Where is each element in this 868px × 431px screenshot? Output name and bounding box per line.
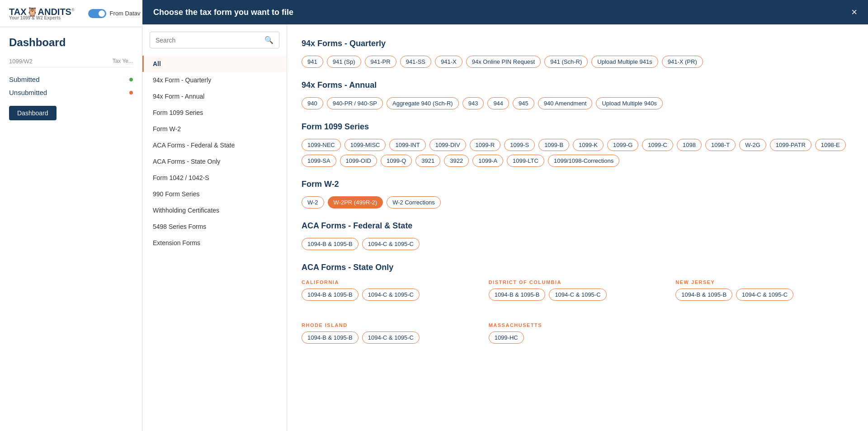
tag-1099-s[interactable]: 1099-S: [504, 139, 535, 151]
tag-1099-oid[interactable]: 1099-OID: [340, 155, 377, 167]
tag-941x-pr[interactable]: 941-X (PR): [662, 56, 703, 68]
tag-aggregate-940[interactable]: Aggregate 940 (Sch-R): [387, 97, 459, 109]
tag-94x-pin[interactable]: 94x Online PIN Request: [466, 56, 541, 68]
tag-1099-misc[interactable]: 1099-MISC: [344, 139, 386, 151]
tag-941pr[interactable]: 941-PR: [365, 56, 396, 68]
left-menu-aca-federal[interactable]: ACA Forms - Federal & State: [142, 137, 287, 153]
tag-3921[interactable]: 3921: [415, 155, 440, 167]
tag-945[interactable]: 945: [513, 97, 534, 109]
state-ri-label: RHODE ISLAND: [302, 322, 480, 328]
left-menu-990[interactable]: 990 Form Series: [142, 186, 287, 202]
tag-w2[interactable]: W-2: [302, 196, 324, 208]
tag-ca-1094c[interactable]: 1094-C & 1095-C: [362, 289, 420, 301]
tag-941[interactable]: 941: [302, 56, 323, 68]
left-menu-1042[interactable]: Form 1042 / 1042-S: [142, 170, 287, 186]
state-ri-tags: 1094-B & 1095-B 1094-C & 1095-C: [302, 332, 480, 344]
left-panel: 🔍 All 94x Form - Quarterly 94x Form - An…: [142, 24, 287, 431]
logo: TAX🦉ANDITS® Your 1099 & W2 Experts: [9, 6, 75, 20]
tag-w2g[interactable]: W-2G: [739, 139, 766, 151]
tag-1098-e[interactable]: 1098-E: [815, 139, 846, 151]
tag-w2pr[interactable]: W-2PR (499R-2): [328, 196, 383, 208]
tag-1099-k[interactable]: 1099-K: [573, 139, 604, 151]
tag-ri-1094b[interactable]: 1094-B & 1095-B: [302, 332, 359, 344]
sidebar-item-unsubmitted[interactable]: Unsubmitted: [9, 86, 133, 99]
tag-1099-int[interactable]: 1099-INT: [389, 139, 425, 151]
sidebar-item-submitted[interactable]: Submitted: [9, 73, 133, 86]
tag-upload-940s[interactable]: Upload Multiple 940s: [596, 97, 662, 109]
left-menu-94x-annual[interactable]: 94x Form - Annual: [142, 88, 287, 104]
modal-title: Choose the tax form you want to file: [153, 8, 293, 17]
tag-1094c-1095c-federal[interactable]: 1094-C & 1095-C: [362, 238, 420, 250]
sidebar: Dashboard 1099/W2 Tax Ye... Submitted Un…: [0, 27, 142, 431]
submitted-dot: [129, 78, 133, 81]
tag-1099-nec[interactable]: 1099-NEC: [302, 139, 341, 151]
tag-940-amendment[interactable]: 940 Amendment: [538, 97, 593, 109]
section-1099-title: Form 1099 Series: [302, 122, 854, 132]
state-nj: NEW JERSEY 1094-B & 1095-B 1094-C & 1095…: [675, 279, 854, 304]
toggle-label: From Datav: [110, 10, 141, 17]
tag-1099-sa[interactable]: 1099-SA: [302, 155, 336, 167]
tag-941sp[interactable]: 941 (Sp): [327, 56, 361, 68]
search-input[interactable]: [156, 37, 261, 44]
tag-dc-1094c[interactable]: 1094-C & 1095-C: [549, 289, 606, 301]
tag-941x[interactable]: 941-X: [435, 56, 462, 68]
tag-ri-1094c[interactable]: 1094-C & 1095-C: [362, 332, 420, 344]
aca-state-grid: CALIFORNIA 1094-B & 1095-B 1094-C & 1095…: [302, 279, 854, 356]
left-menu-aca-state[interactable]: ACA Forms - State Only: [142, 153, 287, 170]
tag-ma-1099hc[interactable]: 1099-HC: [489, 332, 524, 344]
tag-nj-1094b[interactable]: 1094-B & 1095-B: [675, 289, 732, 301]
tag-1099-c[interactable]: 1099-C: [642, 139, 673, 151]
tag-1099-corrections[interactable]: 1099/1098-Corrections: [548, 155, 619, 167]
left-menu-w2[interactable]: Form W-2: [142, 121, 287, 137]
tag-941ss[interactable]: 941-SS: [400, 56, 431, 68]
section-1099-tags-row1: 1099-NEC 1099-MISC 1099-INT 1099-DIV 109…: [302, 139, 854, 151]
search-box: 🔍: [150, 32, 279, 48]
tag-1099-ltc[interactable]: 1099-LTC: [507, 155, 544, 167]
tag-dc-1094b[interactable]: 1094-B & 1095-B: [489, 289, 546, 301]
toggle-switch[interactable]: [88, 9, 106, 18]
state-dc-label: DISTRICT OF COLUMBIA: [489, 279, 667, 285]
left-menu-extension[interactable]: Extension Forms: [142, 235, 287, 251]
tag-ca-1094b[interactable]: 1094-B & 1095-B: [302, 289, 359, 301]
tag-1098[interactable]: 1098: [677, 139, 702, 151]
tag-w2-corrections[interactable]: W-2 Corrections: [387, 196, 441, 208]
tag-1099-q[interactable]: 1099-Q: [381, 155, 412, 167]
tag-1099-b[interactable]: 1099-B: [538, 139, 569, 151]
section-w2-tags: W-2 W-2PR (499R-2) W-2 Corrections: [302, 196, 854, 208]
tag-1099-g[interactable]: 1099-G: [607, 139, 638, 151]
tag-944[interactable]: 944: [487, 97, 509, 109]
tag-1099-patr[interactable]: 1099-PATR: [770, 139, 811, 151]
logo-area: TAX🦉ANDITS® Your 1099 & W2 Experts: [9, 6, 75, 20]
modal-close-button[interactable]: ×: [851, 7, 857, 17]
sidebar-section-label: 1099/W2 Tax Ye...: [9, 58, 133, 65]
left-menu-all[interactable]: All: [142, 56, 287, 72]
left-menu-5498[interactable]: 5498 Series Forms: [142, 218, 287, 235]
section-1099-tags-row2: 1099-SA 1099-OID 1099-Q 3921 3922 1099-A…: [302, 155, 854, 167]
modal-body: 🔍 All 94x Form - Quarterly 94x Form - An…: [142, 24, 868, 431]
left-menu-94x-quarterly[interactable]: 94x Form - Quarterly: [142, 72, 287, 88]
left-menu-1099-series[interactable]: Form 1099 Series: [142, 104, 287, 121]
left-menu-withholding[interactable]: Withholding Certificates: [142, 202, 287, 218]
tag-943[interactable]: 943: [462, 97, 484, 109]
section-94x-quarterly-title: 94x Forms - Quarterly: [302, 39, 854, 48]
dashboard-button[interactable]: Dashboard: [9, 106, 57, 120]
tag-3922[interactable]: 3922: [444, 155, 469, 167]
modal-header: Choose the tax form you want to file ×: [142, 0, 868, 24]
section-w2-title: Form W-2: [302, 180, 854, 189]
unsubmitted-dot: [129, 91, 133, 95]
state-california-label: CALIFORNIA: [302, 279, 480, 285]
tag-1099-r[interactable]: 1099-R: [470, 139, 501, 151]
tag-940[interactable]: 940: [302, 97, 323, 109]
tag-940pr[interactable]: 940-PR / 940-SP: [327, 97, 383, 109]
tag-1099-a[interactable]: 1099-A: [472, 155, 503, 167]
tag-upload-941s[interactable]: Upload Multiple 941s: [591, 56, 658, 68]
state-ma-tags: 1099-HC: [489, 332, 667, 344]
unsubmitted-label: Unsubmitted: [9, 89, 47, 96]
tag-1094b-1095b-federal[interactable]: 1094-B & 1095-B: [302, 238, 359, 250]
toggle-area: From Datav: [88, 9, 141, 18]
tag-941-schr[interactable]: 941 (Sch-R): [544, 56, 588, 68]
section-aca-state-title: ACA Forms - State Only: [302, 263, 854, 272]
tag-1098-t[interactable]: 1098-T: [705, 139, 736, 151]
tag-1099-div[interactable]: 1099-DIV: [429, 139, 466, 151]
tag-nj-1094c[interactable]: 1094-C & 1095-C: [736, 289, 793, 301]
